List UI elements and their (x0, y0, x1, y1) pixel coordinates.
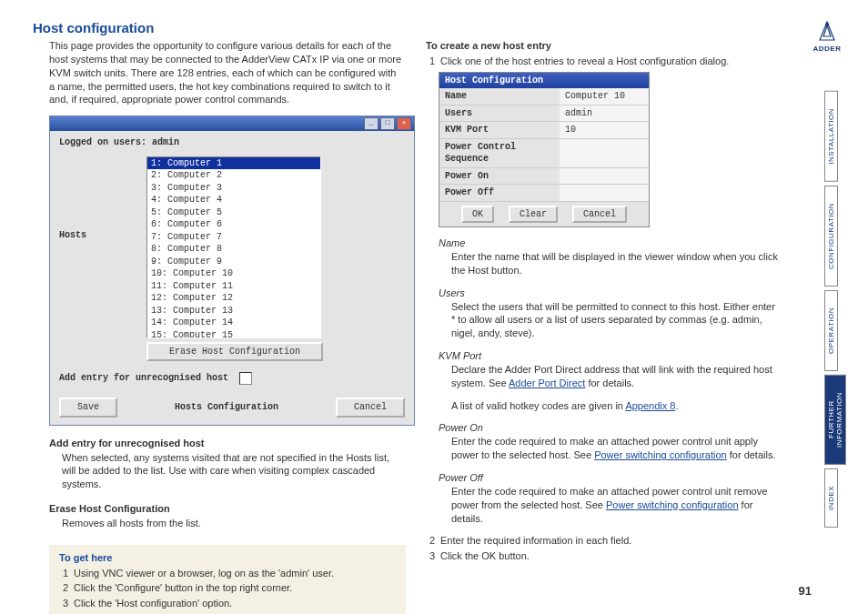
field-label: Power On (439, 168, 560, 185)
name-field-heading: Name (426, 237, 779, 250)
field-label: Power Off (439, 185, 560, 201)
list-item[interactable]: 10: Computer 10 (147, 267, 320, 280)
name-field[interactable]: Computer 10 (560, 88, 649, 105)
power-switch-link[interactable]: Power switching configuration (594, 449, 727, 460)
to-get-here-title: To get here (59, 551, 396, 565)
ok-button[interactable]: OK (461, 206, 494, 224)
list-item[interactable]: 9: Computer 9 (147, 256, 320, 268)
step-text: Click the OK button. (440, 549, 530, 563)
list-item[interactable]: 2: Computer 2 (147, 169, 320, 182)
list-item[interactable]: 4: Computer 4 (147, 194, 320, 206)
pcs-field[interactable] (560, 139, 649, 167)
side-tabs: INSTALLATION CONFIGURATION OPERATION FUR… (824, 91, 843, 531)
field-label: KVM Port (439, 122, 560, 138)
step-text: Click the 'Configure' button in the top … (74, 581, 292, 595)
list-item[interactable]: 7: Computer 7 (147, 231, 320, 244)
cancel-button[interactable]: Cancel (336, 398, 405, 418)
kvm-port-field[interactable]: 10 (560, 122, 649, 138)
list-item[interactable]: 11: Computer 11 (147, 280, 320, 293)
step-text: Using VNC viewer or a browser, log on as… (74, 567, 334, 580)
users-field-heading: Users (426, 287, 779, 300)
field-label: Users (439, 106, 560, 122)
create-host-heading: To create a new host entry (426, 39, 779, 53)
appendix-link[interactable]: Appendix 8 (625, 400, 675, 411)
erase-host-button[interactable]: Erase Host Configuration (146, 342, 323, 362)
list-item[interactable]: 14: Computer 14 (147, 317, 320, 329)
list-item[interactable]: 6: Computer 6 (147, 218, 320, 231)
add-entry-desc: When selected, any systems visited that … (49, 451, 402, 492)
tab-operation[interactable]: OPERATION (824, 290, 838, 371)
field-label: Power Control Sequence (439, 139, 560, 167)
field-label: Name (439, 88, 560, 105)
left-column: This page provides the opportunity to co… (49, 39, 402, 614)
svg-point-0 (825, 23, 829, 26)
kvm-field-heading: KVM Port (426, 349, 779, 363)
tab-installation[interactable]: INSTALLATION (824, 91, 838, 182)
logged-users-text: Logged on users: admin (50, 131, 414, 153)
to-get-here-box: To get here 1Using VNC viewer or a brows… (49, 545, 406, 614)
maximize-icon[interactable]: □ (380, 117, 395, 130)
power-on-desc: Enter the code required to make an attac… (426, 435, 779, 462)
step-text: Enter the required information in each f… (440, 534, 631, 548)
hosts-config-dialog: _ □ × Logged on users: admin Hosts 1: Co… (49, 116, 415, 426)
list-item[interactable]: 12: Computer 12 (147, 292, 320, 305)
power-off-heading: Power Off (426, 471, 779, 485)
list-item[interactable]: 3: Computer 3 (147, 182, 320, 195)
adder-logo: ADDER (808, 20, 846, 53)
power-switch-link-2[interactable]: Power switching configuration (606, 499, 739, 510)
add-entry-checkbox[interactable] (239, 372, 252, 385)
adder-logo-icon (814, 20, 840, 44)
users-field-desc: Select the users that will be permitted … (426, 300, 779, 341)
minimize-icon[interactable]: _ (364, 117, 378, 130)
tab-configuration[interactable]: CONFIGURATION (824, 186, 838, 287)
power-off-desc: Enter the code required to make an attac… (426, 485, 779, 526)
host-config-popup: Host Configuration NameComputer 10 Users… (439, 72, 650, 228)
power-on-field[interactable] (560, 168, 649, 185)
popup-cancel-button[interactable]: Cancel (572, 206, 627, 224)
close-icon[interactable]: × (397, 117, 411, 130)
clear-button[interactable]: Clear (509, 206, 558, 224)
step-text: Click the 'Host configuration' option. (74, 597, 232, 610)
erase-heading: Erase Host Configuration (49, 502, 402, 516)
kvm-field-desc: Declare the Adder Port Direct address th… (426, 363, 779, 390)
list-item[interactable]: 1: Computer 1 (147, 157, 320, 170)
hosts-label: Hosts (59, 156, 146, 338)
add-entry-heading: Add entry for unrecognised host (49, 437, 402, 450)
list-item[interactable]: 8: Computer 8 (147, 243, 320, 256)
list-item[interactable]: 13: Computer 13 (147, 305, 320, 317)
hotkeys-desc: A list of valid hotkey codes are given i… (426, 399, 779, 413)
right-column: To create a new host entry 1Click one of… (426, 39, 779, 614)
tab-further-information[interactable]: FURTHER INFORMATION (824, 375, 846, 465)
list-item[interactable]: 5: Computer 5 (147, 206, 320, 219)
add-entry-label: Add entry for unrecognised host (59, 372, 228, 385)
save-button[interactable]: Save (59, 398, 117, 418)
dialog-titlebar: _ □ × (50, 116, 414, 131)
list-item[interactable]: 15: Computer 15 (147, 329, 320, 338)
power-on-heading: Power On (426, 421, 779, 435)
step-text: Click one of the host entries to reveal … (440, 55, 729, 68)
page-title: Host configuration (0, 0, 868, 39)
power-off-field[interactable] (560, 185, 649, 201)
name-field-desc: Enter the name that will be displayed in… (426, 250, 779, 277)
tab-index[interactable]: INDEX (824, 468, 838, 528)
adder-port-link[interactable]: Adder Port Direct (509, 377, 585, 388)
intro-text: This page provides the opportunity to co… (49, 39, 402, 106)
page-number: 91 (799, 584, 812, 598)
dialog-center-label: Hosts Configuration (175, 401, 278, 414)
popup-title: Host Configuration (439, 73, 649, 89)
users-field[interactable]: admin (560, 106, 649, 122)
hosts-listbox[interactable]: 1: Computer 1 2: Computer 2 3: Computer … (146, 156, 321, 338)
erase-desc: Removes all hosts from the list. (49, 517, 402, 530)
